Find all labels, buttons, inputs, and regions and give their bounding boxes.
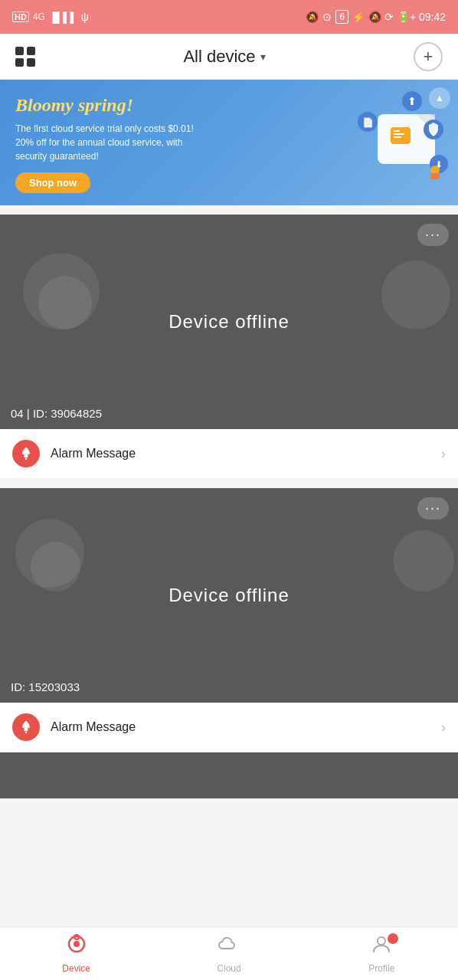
banner-dismiss-button[interactable]: ▲	[429, 87, 450, 109]
usb-icon: ψ	[81, 11, 89, 23]
plus-icon: +	[424, 47, 433, 67]
device-offline-text-2: Device offline	[168, 585, 290, 606]
device-feed-1: ··· Device offline 04 | ID: 39064825	[0, 215, 458, 429]
alarm-icon-1	[12, 440, 40, 467]
chevron-down-icon: ▾	[260, 51, 266, 63]
svg-point-18	[25, 731, 28, 733]
bottom-navigation: Device Cloud Profile	[0, 926, 458, 980]
nav-label-cloud: Cloud	[217, 963, 240, 974]
header-title-text: All device	[183, 47, 255, 67]
alarm-icon-2	[12, 713, 40, 741]
shop-now-button[interactable]: Shop now	[15, 172, 90, 193]
alarm-chevron-1: ›	[441, 446, 446, 462]
svg-point-16	[25, 457, 28, 460]
device-offline-text-1: Device offline	[168, 311, 290, 333]
add-device-button[interactable]: +	[414, 42, 443, 71]
time-display: 🔕 ⟳ 🔋+ 09:42	[368, 11, 446, 23]
network-icon: 4G	[33, 11, 45, 22]
svg-rect-15	[25, 454, 28, 457]
banner-content: Bloomy spring! The first cloud service t…	[15, 95, 446, 193]
svg-point-22	[378, 937, 385, 945]
nav-item-cloud[interactable]: Cloud	[152, 927, 305, 980]
alarm-row-2[interactable]: Alarm Message ›	[0, 703, 458, 752]
battery-icon: 6	[335, 10, 348, 24]
signal-icon: ▐▌▌▌	[49, 11, 77, 23]
status-right: 🔕 ⊙ 6 ⚡ 🔕 ⟳ 🔋+ 09:42	[306, 10, 446, 24]
svg-point-20	[74, 941, 80, 947]
cam-circle	[31, 542, 80, 592]
device-id-1: 04 | ID: 39064825	[11, 407, 102, 420]
device-card-2: ··· Device offline ID: 15203033	[0, 488, 458, 703]
svg-rect-17	[25, 728, 28, 731]
grid-view-button[interactable]	[15, 47, 35, 67]
banner-title: Bloomy spring!	[15, 95, 446, 116]
device-feed-2: ··· Device offline ID: 15203033	[0, 488, 458, 703]
cloud-nav-icon	[218, 933, 240, 960]
cam-circle	[393, 530, 454, 592]
charge-icon: ⚡	[352, 11, 365, 23]
device-options-button-2[interactable]: ···	[417, 497, 449, 519]
device-card-1: ··· Device offline 04 | ID: 39064825	[0, 215, 458, 429]
cam-circle	[381, 261, 450, 329]
chevron-up-icon: ▲	[435, 93, 444, 103]
partial-device-card	[0, 752, 458, 798]
app-header: All device ▾ +	[0, 34, 458, 80]
banner-text: The first cloud service trial only costs…	[15, 122, 199, 163]
nav-item-profile[interactable]: Profile	[306, 927, 458, 980]
cam-circle	[38, 276, 92, 329]
promo-banner: Bloomy spring! The first cloud service t…	[0, 80, 458, 205]
device-id-2: ID: 15203033	[11, 680, 80, 693]
alarm-chevron-2: ›	[441, 719, 446, 736]
nav-label-device: Device	[62, 963, 90, 974]
alarm-row-1[interactable]: Alarm Message ›	[0, 429, 458, 479]
nav-label-profile: Profile	[368, 963, 394, 974]
profile-notification-badge	[388, 933, 398, 944]
status-left: HD 4G ▐▌▌▌ ψ	[12, 11, 89, 23]
sync-icon: ⊙	[322, 11, 332, 23]
device-selector[interactable]: All device ▾	[183, 47, 265, 67]
device-options-button-1[interactable]: ···	[417, 224, 449, 246]
alarm-label-2: Alarm Message	[51, 720, 441, 734]
status-bar: HD 4G ▐▌▌▌ ψ 🔕 ⊙ 6 ⚡ 🔕 ⟳ 🔋+ 09:42	[0, 0, 458, 34]
hd-icon: HD	[12, 11, 29, 22]
alarm-label-1: Alarm Message	[51, 447, 441, 461]
device-nav-icon	[66, 933, 87, 960]
nav-item-device[interactable]: Device	[0, 927, 152, 980]
bell-icon: 🔕	[306, 11, 319, 23]
